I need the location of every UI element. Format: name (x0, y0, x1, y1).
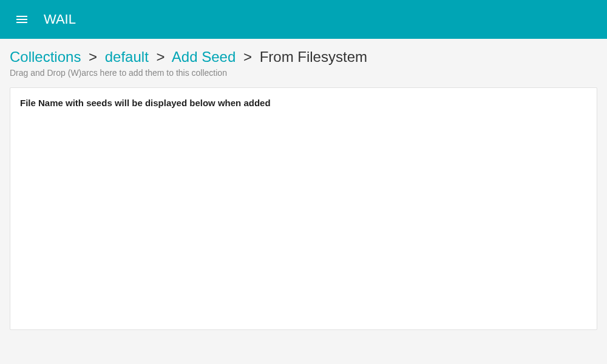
drop-area-header: File Name with seeds will be displayed b… (20, 98, 587, 108)
breadcrumb-separator: > (243, 49, 252, 65)
menu-button[interactable] (10, 7, 34, 32)
app-bar: WAIL (0, 0, 607, 39)
breadcrumb-separator: > (156, 49, 164, 65)
hamburger-icon (15, 12, 29, 27)
breadcrumb-current: From Filesystem (260, 49, 367, 65)
main-content: Collections > default > Add Seed > From … (0, 39, 607, 340)
breadcrumb-link-collections[interactable]: Collections (10, 49, 81, 65)
breadcrumb-separator: > (89, 49, 97, 65)
breadcrumb: Collections > default > Add Seed > From … (10, 49, 597, 66)
drop-area[interactable]: File Name with seeds will be displayed b… (10, 87, 597, 330)
breadcrumb-link-default[interactable]: default (105, 49, 149, 65)
breadcrumb-link-add-seed[interactable]: Add Seed (172, 49, 236, 65)
app-title: WAIL (44, 12, 76, 27)
page-subtitle: Drag and Drop (W)arcs here to add them t… (10, 68, 597, 78)
